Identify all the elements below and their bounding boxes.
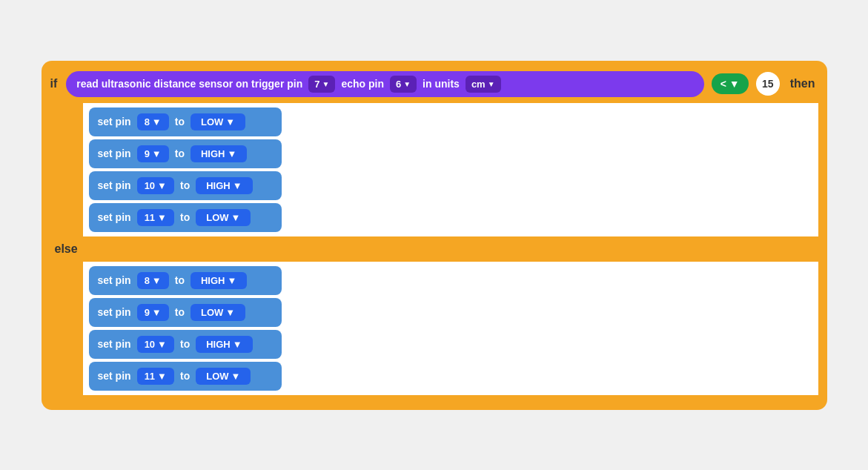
set-pin-block-7: set pin 10 ▼ to HIGH ▼ — [89, 330, 282, 359]
set-pin-block-2: set pin 9 ▼ to HIGH ▼ — [89, 139, 282, 168]
set-pin-block-3: set pin 10 ▼ to HIGH ▼ — [89, 171, 282, 200]
to-label-4: to — [180, 211, 190, 223]
then-label: then — [790, 77, 815, 90]
to-label-6: to — [175, 306, 185, 318]
pin-11-dropdown-else[interactable]: 11 ▼ — [137, 368, 174, 385]
pin-11-dropdown-then[interactable]: 11 ▼ — [137, 209, 174, 226]
pin-arrow-8: ▼ — [157, 371, 167, 382]
value-high-7-dropdown[interactable]: HIGH ▼ — [196, 336, 252, 353]
value-arrow-3: ▼ — [233, 180, 242, 191]
pin-arrow-6: ▼ — [152, 307, 162, 318]
if-else-block: if read ultrasonic distance sensor on tr… — [42, 61, 827, 410]
dropdown-arrow-icon: ▼ — [322, 80, 329, 88]
pin-8-dropdown-else[interactable]: 8 ▼ — [137, 272, 169, 289]
set-label-1: set pin — [98, 116, 131, 128]
pin-10-dropdown-then[interactable]: 10 ▼ — [137, 177, 174, 194]
value-arrow-2: ▼ — [227, 148, 236, 159]
workspace: if read ultrasonic distance sensor on tr… — [27, 46, 842, 425]
to-label-3: to — [180, 179, 190, 191]
if-header: if read ultrasonic distance sensor on tr… — [46, 65, 823, 103]
to-label-7: to — [180, 338, 190, 350]
operator-arrow-icon: ▼ — [729, 78, 740, 90]
value-arrow-4: ▼ — [231, 212, 241, 223]
set-label-6: set pin — [98, 306, 131, 318]
dropdown-arrow-icon2: ▼ — [403, 80, 411, 88]
set-label-7: set pin — [98, 338, 131, 350]
value-low-6-dropdown[interactable]: LOW ▼ — [191, 304, 245, 321]
pin-10-dropdown-else[interactable]: 10 ▼ — [137, 336, 174, 353]
value-arrow-5: ▼ — [227, 275, 236, 286]
pin-9-dropdown-else[interactable]: 9 ▼ — [137, 304, 169, 321]
value-high-3-dropdown[interactable]: HIGH ▼ — [196, 177, 252, 194]
else-body: set pin 8 ▼ to HIGH ▼ set pin 9 ▼ to — [83, 262, 818, 395]
pin-arrow-7: ▼ — [157, 339, 167, 350]
then-body: set pin 8 ▼ to LOW ▼ set pin 9 ▼ to — [83, 103, 818, 236]
value-low-8-dropdown[interactable]: LOW ▼ — [196, 368, 251, 385]
value-arrow-6: ▼ — [225, 307, 235, 318]
units-dropdown[interactable]: cm ▼ — [466, 76, 501, 93]
to-label-5: to — [175, 274, 185, 286]
echo-text: echo pin — [341, 78, 384, 90]
to-label-2: to — [175, 148, 185, 159]
dropdown-arrow-icon3: ▼ — [488, 80, 495, 88]
to-label-1: to — [175, 116, 185, 128]
pin-8-dropdown-then[interactable]: 8 ▼ — [137, 113, 169, 130]
condition-block: read ultrasonic distance sensor on trigg… — [66, 71, 703, 97]
operator-dropdown[interactable]: < ▼ — [712, 73, 749, 94]
else-row: else — [46, 236, 823, 262]
set-label-3: set pin — [98, 179, 131, 191]
pin-9-dropdown-then[interactable]: 9 ▼ — [137, 145, 169, 162]
set-label-4: set pin — [98, 211, 131, 223]
set-pin-block-5: set pin 8 ▼ to HIGH ▼ — [89, 266, 282, 295]
value-arrow-7: ▼ — [233, 339, 242, 350]
value-display: 15 — [756, 72, 780, 96]
set-label-5: set pin — [98, 274, 131, 286]
set-pin-block-4: set pin 11 ▼ to LOW ▼ — [89, 203, 282, 232]
if-label: if — [50, 77, 58, 90]
to-label-8: to — [180, 370, 190, 382]
trigger-pin-dropdown[interactable]: 7 ▼ — [308, 76, 335, 93]
set-label-2: set pin — [98, 148, 131, 159]
pin-arrow-3: ▼ — [157, 180, 167, 191]
set-pin-block: set pin 8 ▼ to LOW ▼ — [89, 107, 282, 136]
set-pin-block-6: set pin 9 ▼ to LOW ▼ — [89, 298, 282, 327]
else-label: else — [55, 242, 78, 256]
set-pin-block-8: set pin 11 ▼ to LOW ▼ — [89, 362, 282, 391]
block-footer — [46, 395, 823, 410]
value-high-2-dropdown[interactable]: HIGH ▼ — [191, 145, 247, 162]
echo-pin-dropdown[interactable]: 6 ▼ — [390, 76, 417, 93]
value-low-4-dropdown[interactable]: LOW ▼ — [196, 209, 251, 226]
pin-arrow-5: ▼ — [152, 275, 162, 286]
pin-arrow-2: ▼ — [152, 148, 162, 159]
value-arrow-1: ▼ — [225, 116, 235, 128]
units-text: in units — [423, 78, 460, 90]
value-high-5-dropdown[interactable]: HIGH ▼ — [191, 272, 247, 289]
value-low-1-dropdown[interactable]: LOW ▼ — [191, 113, 245, 130]
set-label-8: set pin — [98, 370, 131, 382]
value-arrow-8: ▼ — [231, 371, 241, 382]
pin-arrow-1: ▼ — [152, 116, 162, 128]
sensor-text: read ultrasonic distance sensor on trigg… — [76, 78, 302, 90]
pin-arrow-4: ▼ — [157, 212, 167, 223]
